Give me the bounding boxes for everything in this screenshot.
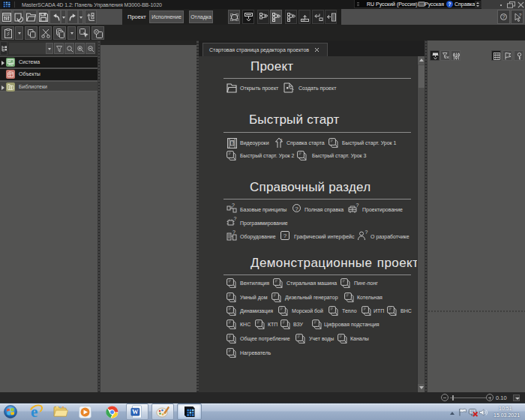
svg-text:?: ? bbox=[232, 230, 236, 235]
svg-text:?: ? bbox=[234, 217, 237, 221]
svg-text:?: ? bbox=[232, 203, 235, 208]
svg-text:?: ? bbox=[365, 230, 368, 235]
svg-text:?: ? bbox=[231, 140, 234, 146]
svg-text:?: ? bbox=[519, 13, 522, 17]
svg-text:W: W bbox=[132, 408, 139, 416]
svg-text:?: ? bbox=[280, 138, 283, 143]
svg-text:?: ? bbox=[356, 203, 359, 208]
